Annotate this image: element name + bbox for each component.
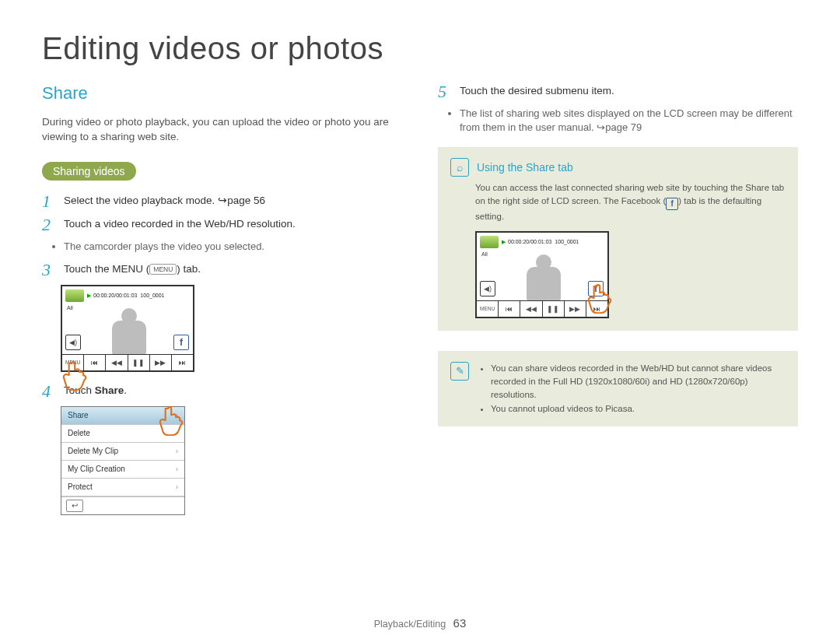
all-label: All	[67, 305, 73, 310]
page-number: 63	[453, 616, 467, 630]
play-indicator-icon: ▶	[87, 293, 91, 299]
lcd-screen: ▶ 00:00:20/00:01:03 100_0001 All ◀) f ME…	[61, 285, 194, 372]
step-1: 1 Select the video playback mode. ↪page …	[42, 193, 402, 210]
chevron-right-icon: ›	[176, 447, 178, 455]
timecode: 00:00:20/00:01:03	[93, 293, 137, 298]
step-number: 1	[42, 193, 54, 210]
pause-button[interactable]: ❚❚	[543, 300, 565, 317]
menu-item-label: My Clip Creation	[68, 465, 125, 473]
menu-item-label: Delete My Clip	[68, 447, 118, 455]
chevron-right-icon: ›	[176, 429, 178, 437]
lcd-controlbar: MENU ⏮ ◀◀ ❚❚ ▶▶ ⏭	[62, 354, 193, 370]
thumbnail-icon	[65, 289, 84, 302]
bullet: The camcorder plays the video you select…	[64, 240, 402, 254]
note-item: You cannot upload videos to Picasa.	[491, 402, 786, 416]
thumbnail-icon	[480, 236, 499, 248]
next-button[interactable]: ⏭	[586, 300, 607, 317]
menu-back-row: ↩	[61, 496, 184, 514]
step-text-part: Touch	[64, 384, 95, 396]
bold-label: Share	[95, 384, 124, 396]
pause-button[interactable]: ❚❚	[128, 354, 150, 370]
forward-button[interactable]: ▶▶	[150, 354, 172, 370]
step-number: 4	[42, 383, 54, 400]
page-ref: ↪page 79	[597, 121, 642, 133]
note-item: You can share videos recorded in the Web…	[491, 362, 786, 402]
facebook-icon: f	[180, 337, 183, 348]
step-2: 2 Touch a video recorded in the Web/HD r…	[42, 216, 402, 233]
menu-item-label: Protect	[68, 482, 93, 491]
menu-list: Share› Delete› Delete My Clip› My Clip C…	[61, 406, 185, 515]
facebook-tab[interactable]: f	[588, 281, 604, 296]
video-silhouette	[98, 307, 160, 353]
prev-button[interactable]: ⏮	[84, 354, 106, 370]
menu-key-icon: MENU	[149, 264, 177, 275]
lcd-screen: ▶ 00:00:20/00:01:03 100_0001 All ◀) f ME…	[475, 231, 609, 318]
play-indicator-icon: ▶	[502, 239, 506, 245]
step-text: Touch Share.	[64, 383, 402, 400]
step-text: Touch a video recorded in the Web/HD res…	[64, 216, 402, 233]
step-text-part: .	[124, 384, 127, 396]
step-3: 3 Touch the MENU (MENU) tab.	[42, 261, 402, 279]
note-callout: ✎ You can share videos recorded in the W…	[438, 351, 798, 426]
menu-item-label: Delete	[68, 429, 90, 437]
step-5-bullets: The list of sharing web sites displayed …	[460, 107, 798, 135]
page-title: Editing videos or photos	[42, 31, 798, 66]
volume-icon: ◀)	[65, 335, 81, 350]
subsection-pill-sharing-videos: Sharing videos	[42, 162, 136, 181]
left-column: Share During video or photo playback, yo…	[42, 83, 402, 515]
timecode: 00:00:20/00:01:03	[508, 239, 551, 244]
step-number: 2	[42, 216, 54, 233]
step-text-part: Select the video playback mode.	[64, 195, 218, 206]
chevron-right-icon: ›	[176, 482, 178, 491]
lcd-figure-share-tab-touch: ▶ 00:00:20/00:01:03 100_0001 All ◀) f ME…	[475, 231, 609, 318]
menu-figure: Share› Delete› Delete My Clip› My Clip C…	[61, 406, 187, 515]
clip-name: 100_0001	[555, 239, 579, 244]
lcd-topbar: ▶ 00:00:20/00:01:03 100_0001	[87, 291, 188, 300]
step-5: 5 Touch the desired submenu item.	[438, 83, 798, 100]
facebook-inline-icon: f	[666, 198, 678, 210]
lcd-controlbar: MENU ⏮ ◀◀ ❚❚ ▶▶ ⏭	[477, 300, 607, 317]
rewind-button[interactable]: ◀◀	[520, 300, 542, 317]
menu-item-label: Share	[68, 411, 89, 419]
info-callout-share-tab: ⌕ Using the Share tab You can access the…	[438, 147, 798, 331]
facebook-icon: f	[594, 283, 597, 294]
rewind-button[interactable]: ◀◀	[106, 354, 128, 370]
facebook-tab[interactable]: f	[173, 335, 189, 350]
magnifier-icon: ⌕	[450, 158, 469, 177]
two-column-layout: Share During video or photo playback, yo…	[42, 83, 798, 515]
back-button[interactable]: ↩	[66, 500, 83, 512]
step-text: Touch the desired submenu item.	[460, 83, 798, 100]
bullet: The list of sharing web sites displayed …	[460, 107, 798, 135]
info-body: You can access the last connected sharin…	[475, 181, 786, 223]
chevron-right-icon: ›	[176, 411, 178, 419]
pencil-icon: ✎	[450, 362, 469, 381]
menu-item-protect[interactable]: Protect›	[61, 479, 184, 496]
video-silhouette	[513, 253, 575, 300]
step-4: 4 Touch Share.	[42, 383, 402, 400]
right-column: 5 Touch the desired submenu item. The li…	[438, 83, 798, 515]
page-footer: Playback/Editing 63	[0, 616, 840, 630]
menu-item-share[interactable]: Share›	[61, 407, 184, 425]
menu-button[interactable]: MENU	[477, 300, 499, 317]
clip-name: 100_0001	[140, 293, 164, 298]
menu-button[interactable]: MENU	[62, 354, 84, 370]
menu-item-delete-my-clip[interactable]: Delete My Clip›	[61, 443, 184, 461]
page-ref: ↪page 56	[218, 195, 265, 206]
lcd-figure-menu-touch: ▶ 00:00:20/00:01:03 100_0001 All ◀) f ME…	[61, 285, 194, 372]
step-text: Select the video playback mode. ↪page 56	[64, 193, 402, 210]
intro-text: During video or photo playback, you can …	[42, 114, 402, 145]
info-header: ⌕ Using the Share tab	[450, 158, 786, 177]
note-list: You can share videos recorded in the Web…	[478, 362, 786, 416]
info-title: Using the Share tab	[477, 161, 573, 174]
lcd-topbar: ▶ 00:00:20/00:01:03 100_0001	[502, 237, 603, 247]
next-button[interactable]: ⏭	[172, 354, 193, 370]
step-text: Touch the MENU (MENU) tab.	[64, 261, 402, 279]
forward-button[interactable]: ▶▶	[565, 300, 586, 317]
menu-item-my-clip-creation[interactable]: My Clip Creation›	[61, 461, 184, 479]
menu-item-delete[interactable]: Delete›	[61, 425, 184, 443]
all-label: All	[481, 251, 488, 257]
prev-button[interactable]: ⏮	[499, 300, 520, 317]
volume-icon: ◀)	[480, 281, 495, 296]
step-text-part: Touch the MENU (	[64, 263, 149, 275]
manual-page: Editing videos or photos Share During vi…	[0, 0, 840, 642]
